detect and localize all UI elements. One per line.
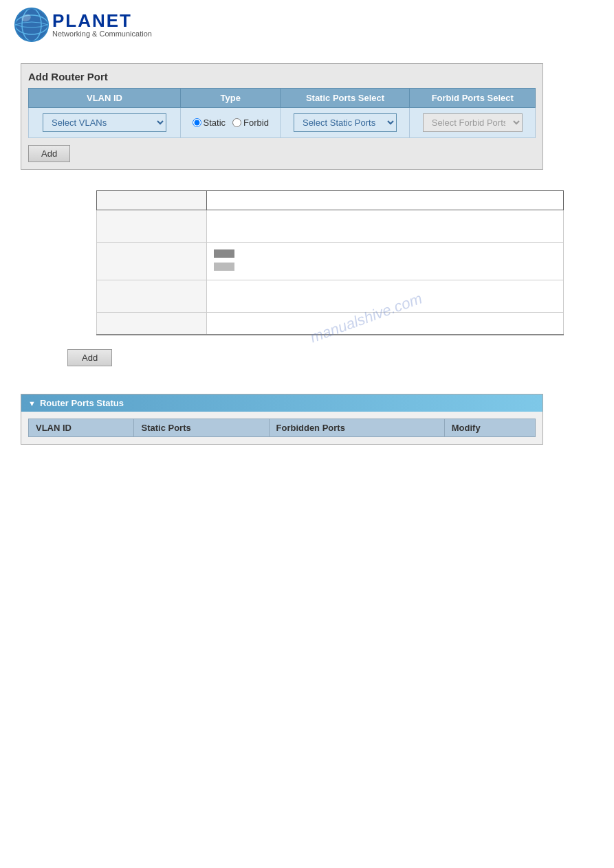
add-router-port-table: VLAN ID Type Static Ports Select Forbid … bbox=[28, 88, 536, 138]
type-radio-group: Static Forbid bbox=[188, 118, 274, 128]
doc-row-2 bbox=[97, 243, 564, 280]
header: PLANET Networking & Communication bbox=[0, 0, 614, 49]
add-router-port-box: Add Router Port VLAN ID Type Static Port… bbox=[21, 63, 543, 170]
doc-cell-4-1 bbox=[97, 313, 207, 335]
logo-text: PLANET Networking & Communication bbox=[52, 12, 152, 38]
doc-col2-header bbox=[207, 191, 564, 210]
vlan-id-cell: Select VLANs bbox=[29, 108, 181, 138]
type-cell: Static Forbid bbox=[180, 108, 281, 138]
router-ports-status-box: ▼ Router Ports Status VLAN ID Static Por… bbox=[21, 394, 543, 445]
add-router-port-title: Add Router Port bbox=[28, 71, 536, 82]
doc-table bbox=[96, 190, 564, 335]
logo-container: PLANET Networking & Communication bbox=[14, 7, 600, 43]
doc-cell-4-2 bbox=[207, 313, 564, 335]
doc-cell-2-1 bbox=[97, 243, 207, 280]
col-type: Type bbox=[180, 89, 281, 108]
radio-forbid[interactable] bbox=[232, 118, 241, 127]
rps-arrow-icon: ▼ bbox=[28, 399, 36, 408]
planet-logo-icon bbox=[14, 7, 50, 43]
static-ports-cell: Select Static Ports bbox=[281, 108, 410, 138]
logo-planet-label: PLANET bbox=[52, 12, 152, 30]
add-button-1[interactable]: Add bbox=[28, 145, 70, 162]
doc-cell-3-1 bbox=[97, 280, 207, 313]
doc-row-1 bbox=[97, 210, 564, 243]
rps-table: VLAN ID Static Ports Forbidden Ports Mod… bbox=[28, 419, 536, 437]
main-content: Add Router Port VLAN ID Type Static Port… bbox=[0, 49, 614, 394]
rps-col-static-ports: Static Ports bbox=[134, 419, 269, 437]
radio-forbid-label[interactable]: Forbid bbox=[232, 118, 269, 128]
doc-cell-2-2 bbox=[207, 243, 564, 280]
doc-col1-header bbox=[97, 191, 207, 210]
rps-col-forbidden-ports: Forbidden Ports bbox=[269, 419, 444, 437]
select-forbid-ports-dropdown[interactable]: Select Forbid Ports bbox=[423, 113, 523, 132]
table-row: Select VLANs Static Forbid bbox=[29, 108, 536, 138]
rps-col-vlan-id: VLAN ID bbox=[29, 419, 134, 437]
rps-title: Router Ports Status bbox=[40, 398, 124, 408]
forbid-ports-cell: Select Forbid Ports bbox=[410, 108, 536, 138]
color-block-light bbox=[214, 263, 234, 271]
doc-row-4 bbox=[97, 313, 564, 335]
radio-static-label[interactable]: Static bbox=[193, 118, 226, 128]
doc-cell-1-1 bbox=[97, 210, 207, 243]
doc-cell-3-2 bbox=[207, 280, 564, 313]
radio-static[interactable] bbox=[193, 118, 201, 127]
select-static-ports-dropdown[interactable]: Select Static Ports bbox=[294, 113, 397, 132]
rps-col-modify: Modify bbox=[444, 419, 535, 437]
doc-row-3 bbox=[97, 280, 564, 313]
col-vlan-id: VLAN ID bbox=[29, 89, 181, 108]
select-vlans-dropdown[interactable]: Select VLANs bbox=[43, 113, 166, 132]
logo-tagline-label: Networking & Communication bbox=[52, 30, 152, 38]
doc-cell-1-2 bbox=[207, 210, 564, 243]
add-button-2[interactable]: Add bbox=[67, 349, 112, 366]
col-forbid-ports: Forbid Ports Select bbox=[410, 89, 536, 108]
rps-header: ▼ Router Ports Status bbox=[21, 394, 542, 412]
col-static-ports: Static Ports Select bbox=[281, 89, 410, 108]
color-block-dark bbox=[214, 249, 234, 258]
